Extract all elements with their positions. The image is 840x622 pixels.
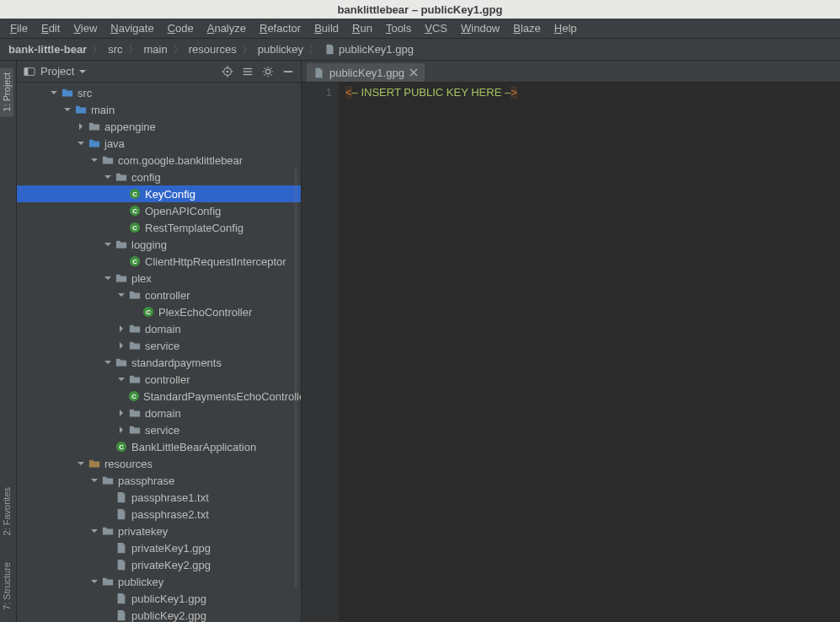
breadcrumb-segment[interactable]: publicKey1.gpg (321, 43, 417, 56)
tree-node[interactable]: java (17, 135, 301, 152)
expand-arrow[interactable] (115, 292, 128, 298)
locate-icon[interactable] (222, 66, 233, 78)
expand-arrow[interactable] (101, 359, 115, 366)
gutter-tab-structure[interactable]: 7: Structure (0, 557, 13, 615)
tree-node[interactable]: privatekey (17, 523, 301, 539)
tree-node[interactable]: config (17, 169, 301, 185)
tree-label: standardpayments (131, 357, 222, 369)
gutter-tab-project[interactable]: 1: Project (0, 67, 13, 116)
hide-icon[interactable] (282, 66, 294, 78)
tree-node[interactable]: privateKey1.gpg (17, 539, 301, 556)
tree-node[interactable]: main (17, 101, 301, 118)
close-icon[interactable] (409, 68, 418, 77)
folder-blue-icon (74, 103, 88, 116)
menu-file[interactable]: File (3, 19, 35, 37)
menu-blaze[interactable]: Blaze (506, 19, 548, 37)
tree-node[interactable]: domain (17, 320, 301, 337)
tree-node[interactable]: privateKey2.gpg (17, 556, 301, 573)
project-tree[interactable]: srcmainappenginejavacom.google.banklittl… (17, 83, 301, 622)
svg-text:C: C (131, 393, 136, 400)
menu-vcs[interactable]: VCS (418, 19, 454, 37)
tree-node[interactable]: resources (17, 455, 301, 472)
tree-node[interactable]: com.google.banklittlebear (17, 152, 301, 169)
menu-analyze[interactable]: Analyze (201, 19, 253, 37)
gutter-tab-favorites[interactable]: 2: Favorites (0, 482, 13, 540)
expand-arrow[interactable] (88, 157, 101, 164)
tree-node[interactable]: CPlexEchoController (17, 303, 301, 320)
breadcrumb-segment[interactable]: bank-little-bear (5, 43, 90, 56)
menu-code[interactable]: Code (161, 19, 201, 37)
menu-help[interactable]: Help (548, 19, 584, 37)
editor-tab[interactable]: publicKey1.gpg (307, 62, 425, 82)
tree-node[interactable]: publickey (17, 573, 301, 590)
tree-node[interactable]: passphrase (17, 472, 301, 489)
tree-node[interactable]: passphrase1.txt (17, 489, 301, 506)
menu-tools[interactable]: Tools (379, 19, 418, 37)
menu-window[interactable]: Window (454, 19, 506, 37)
chevron-down-icon[interactable] (79, 66, 86, 78)
menu-build[interactable]: Build (308, 19, 345, 37)
expand-arrow[interactable] (115, 325, 128, 332)
folder-icon (128, 423, 142, 437)
code-area[interactable]: <– INSERT PUBLIC KEY HERE –> (339, 83, 840, 622)
menu-navigate[interactable]: Navigate (104, 19, 160, 37)
tree-node[interactable]: controller (17, 287, 301, 303)
tree-node[interactable]: plex (17, 270, 301, 287)
tree-node[interactable]: passphrase2.txt (17, 506, 301, 523)
scrollbar-track[interactable] (294, 167, 297, 588)
svg-text:C: C (132, 224, 137, 232)
breadcrumb-segment[interactable]: publickey (254, 43, 307, 56)
tree-node[interactable]: publicKey1.gpg (17, 590, 301, 607)
tree-node[interactable]: CClientHttpRequestInterceptor (17, 253, 301, 270)
tree-node[interactable]: publicKey2.gpg (17, 607, 301, 622)
folder-icon (128, 288, 142, 302)
breadcrumb-sep: 〉 (126, 42, 141, 57)
editor-body[interactable]: 1 <– INSERT PUBLIC KEY HERE –> (302, 83, 840, 622)
menu-refactor[interactable]: Refactor (253, 19, 308, 37)
menu-run[interactable]: Run (345, 19, 379, 37)
folder-icon (115, 170, 128, 184)
expand-arrow[interactable] (115, 342, 128, 349)
expand-arrow[interactable] (101, 241, 115, 248)
expand-arrow[interactable] (47, 89, 61, 96)
expand-arrow[interactable] (115, 426, 128, 433)
breadcrumb-segment[interactable]: src (104, 43, 126, 56)
file-icon (115, 609, 128, 622)
expand-all-icon[interactable] (242, 66, 254, 78)
menu-view[interactable]: View (67, 19, 104, 37)
tree-node[interactable]: src (17, 84, 301, 101)
folder-blue-icon (88, 137, 101, 150)
folder-icon (101, 524, 115, 538)
tree-node[interactable]: CKeyConfig (17, 185, 301, 202)
tree-label: domain (145, 407, 181, 420)
tree-node[interactable]: domain (17, 405, 301, 421)
tree-node[interactable]: appengine (17, 118, 301, 135)
breadcrumb-segment[interactable]: main (141, 43, 171, 56)
tree-node[interactable]: CRestTemplateConfig (17, 219, 301, 236)
tree-node[interactable]: COpenAPIConfig (17, 202, 301, 219)
breadcrumb-sep: 〉 (240, 42, 254, 57)
menu-edit[interactable]: Edit (35, 19, 67, 37)
expand-arrow[interactable] (88, 528, 101, 534)
tree-node[interactable]: CBankLittleBearApplication (17, 438, 301, 455)
expand-arrow[interactable] (74, 460, 88, 467)
tree-node[interactable]: controller (17, 371, 301, 388)
tree-node[interactable]: service (17, 337, 301, 354)
sidebar-title[interactable]: Project (40, 65, 74, 78)
expand-arrow[interactable] (101, 275, 115, 282)
expand-arrow[interactable] (115, 376, 128, 383)
tree-node[interactable]: logging (17, 236, 301, 253)
tree-node[interactable]: standardpayments (17, 354, 301, 371)
tree-label: plex (131, 272, 152, 285)
expand-arrow[interactable] (88, 477, 101, 484)
expand-arrow[interactable] (61, 106, 74, 113)
expand-arrow[interactable] (101, 174, 115, 180)
expand-arrow[interactable] (74, 123, 88, 130)
gear-icon[interactable] (262, 66, 274, 78)
tree-node[interactable]: CStandardPaymentsEchoController (17, 388, 301, 405)
expand-arrow[interactable] (74, 140, 88, 147)
expand-arrow[interactable] (88, 578, 101, 585)
expand-arrow[interactable] (115, 410, 128, 416)
tree-node[interactable]: service (17, 421, 301, 438)
breadcrumb-segment[interactable]: resources (185, 43, 240, 56)
